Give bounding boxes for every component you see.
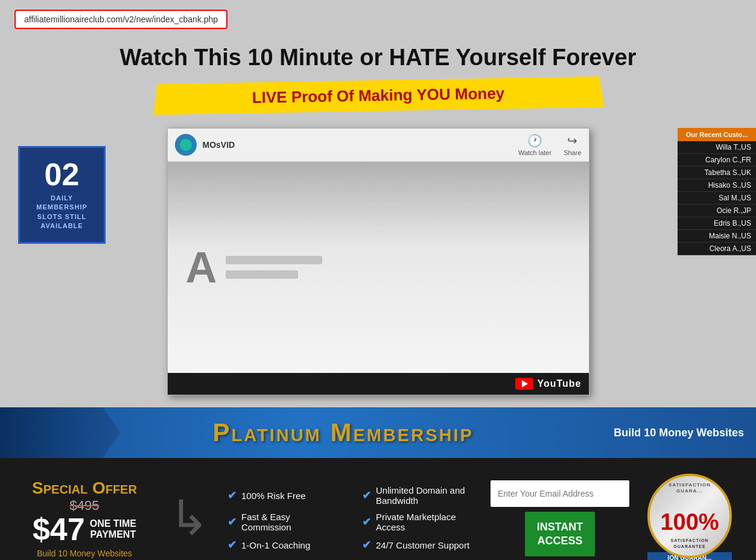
- slots-box: 02 DAILY MEMBERSHIP SLOTS STILL AVAILABL…: [18, 146, 106, 244]
- features-block: ✔100% Risk Free✔Unlimited Domain and Ban…: [227, 485, 472, 552]
- check-icon: ✔: [227, 489, 237, 502]
- share-label: Share: [564, 149, 581, 156]
- customer-item: Willa T.,US: [678, 141, 756, 154]
- customer-item: Sal M.,US: [678, 192, 756, 205]
- customer-item: Hisako S.,US: [678, 179, 756, 192]
- video-lines: [226, 256, 322, 279]
- watch-later-icon: 🕐: [527, 133, 542, 148]
- customer-item: Tabetha S.,UK: [678, 167, 756, 179]
- check-icon: ✔: [362, 489, 371, 502]
- current-price: $47: [33, 514, 85, 545]
- feature-item: ✔Fast & Easy Commission: [227, 512, 338, 532]
- check-icon: ✔: [362, 515, 371, 529]
- membership-section: Platinum Membership Build 10 Money Websi…: [0, 407, 756, 560]
- video-letter: A: [186, 243, 217, 292]
- customer-item: Ocie R.,JP: [678, 205, 756, 217]
- offer-build-label: Build 10 Money Websites: [18, 549, 151, 558]
- customer-item: Edris B.,US: [678, 217, 756, 230]
- feature-label: 24/7 Customer Support: [376, 540, 469, 550]
- membership-banner: Platinum Membership Build 10 Money Websi…: [0, 407, 756, 458]
- video-text-area: A: [186, 243, 322, 292]
- youtube-icon: [515, 378, 533, 390]
- recent-customers-panel: Our Recent Custo... Willa T.,USCarylon C…: [678, 128, 756, 255]
- video-actions: 🕐 Watch later ↪ Share: [518, 133, 582, 156]
- youtube-text: YouTube: [537, 378, 581, 389]
- channel-avatar: [175, 134, 197, 156]
- guarantee-block: SATISFACTION GUARA... 100% SATISFACTION …: [647, 474, 738, 561]
- guarantee-arc-top: SATISFACTION: [650, 482, 729, 488]
- share-btn[interactable]: ↪ Share: [564, 133, 581, 156]
- feature-label: Unlimited Domain and Bandwidth: [376, 485, 472, 506]
- feature-label: Fast & Easy Commission: [241, 512, 338, 532]
- main-headline: Watch This 10 Minute or HATE Yourself Fo…: [0, 45, 756, 71]
- feature-label: Private Marketplace Access: [376, 512, 472, 532]
- video-player: MOsVID 🕐 Watch later ↪ Share A: [167, 128, 589, 395]
- check-icon: ✔: [227, 515, 237, 529]
- feature-item: ✔100% Risk Free: [227, 485, 338, 506]
- check-icon: ✔: [362, 538, 371, 552]
- slots-label: DAILY MEMBERSHIP SLOTS STILL AVAILABLE: [32, 194, 92, 231]
- instant-access-button[interactable]: INSTANT ACCESS: [525, 512, 596, 557]
- url-bar[interactable]: affiliatemillionaireclub.com/v2/new/inde…: [14, 10, 227, 29]
- customer-item: Cleora A.,US: [678, 243, 756, 255]
- build-websites-badge: Build 10 Money Websites: [614, 427, 744, 439]
- channel-name: MOsVID: [203, 140, 235, 150]
- youtube-play-icon: [522, 380, 528, 387]
- arrow-decoration: ↳: [169, 489, 209, 547]
- subheadline-bar: LIVE Proof Of Making YOU Money: [167, 77, 589, 115]
- guarantee-label-inner: SATISFACTION: [650, 538, 729, 542]
- feature-item: ✔1-On-1 Coaching: [227, 538, 338, 552]
- video-line-2: [226, 270, 298, 279]
- special-offer-block: Special Offer $495 $47 ONE TIMEPAYMENT B…: [18, 479, 151, 558]
- customer-item: Maisie N.,US: [678, 230, 756, 243]
- email-input[interactable]: [491, 480, 629, 507]
- guarantee-arc-top2: GUARA...: [650, 488, 729, 494]
- special-offer-title: Special Offer: [18, 479, 151, 498]
- video-bottom-bar: YouTube: [168, 373, 589, 395]
- customer-item: Carylon C.,FR: [678, 154, 756, 167]
- guarantee-circle: SATISFACTION GUARA... 100% SATISFACTION …: [647, 474, 732, 558]
- video-content-area: A: [168, 162, 589, 373]
- email-form-block: INSTANT ACCESS: [491, 480, 629, 557]
- guarantee-percent: 100%: [660, 511, 719, 533]
- payment-type: ONE TIMEPAYMENT: [90, 518, 136, 540]
- share-icon: ↪: [567, 133, 577, 148]
- feature-item: ✔Private Marketplace Access: [362, 512, 472, 532]
- svg-point-1: [180, 139, 192, 151]
- banner-ribbon-left: [0, 407, 121, 458]
- feature-item: ✔24/7 Customer Support: [362, 538, 472, 552]
- feature-label: 100% Risk Free: [241, 491, 306, 501]
- watch-later-label: Watch later: [518, 149, 551, 156]
- video-top-bar: MOsVID 🕐 Watch later ↪ Share: [168, 129, 589, 162]
- recent-customers-header: Our Recent Custo...: [678, 128, 756, 141]
- video-line-1: [226, 256, 322, 264]
- check-icon: ✔: [227, 538, 237, 552]
- customer-list: Willa T.,USCarylon C.,FRTabetha S.,UKHis…: [678, 141, 756, 255]
- slots-number: 02: [32, 159, 92, 190]
- offer-section: Special Offer $495 $47 ONE TIMEPAYMENT B…: [0, 458, 756, 560]
- feature-item: ✔Unlimited Domain and Bandwidth: [362, 485, 472, 506]
- guarantee-label-inner2: GUARANTEE: [650, 544, 729, 549]
- watch-later-btn[interactable]: 🕐 Watch later: [518, 133, 551, 156]
- feature-label: 1-On-1 Coaching: [241, 540, 310, 550]
- video-channel-info: MOsVID: [175, 134, 235, 156]
